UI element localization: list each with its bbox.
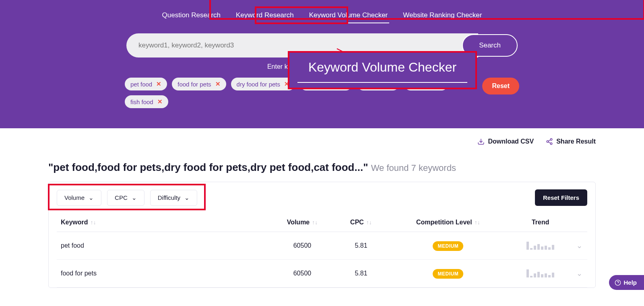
chip-label: fish food (130, 99, 153, 105)
share-result-button[interactable]: Share Result (546, 138, 596, 145)
col-keyword[interactable]: Keyword↑↓ (57, 213, 269, 232)
chip-remove-icon[interactable]: ✕ (157, 98, 163, 105)
download-csv-button[interactable]: Download CSV (477, 138, 534, 145)
filter-volume[interactable]: Volume⌄ (57, 190, 101, 206)
cell-cpc: 5.81 (336, 232, 386, 260)
cell-volume: 60500 (269, 260, 336, 288)
filter-difficulty-label: Difficulty (158, 194, 180, 201)
col-trend: Trend (510, 213, 571, 232)
cell-trend (510, 260, 571, 288)
filter-difficulty[interactable]: Difficulty⌄ (150, 190, 197, 206)
filter-row: Volume⌄ CPC⌄ Difficulty⌄ Reset Filters (57, 189, 587, 206)
help-label: Help (623, 279, 637, 286)
trend-sparkline (526, 268, 554, 277)
share-icon (546, 138, 553, 145)
col-trend-label: Trend (532, 219, 549, 226)
sort-icon: ↑↓ (366, 219, 372, 226)
download-icon (477, 138, 485, 145)
table-row: pet food605005.81MEDIUM⌄ (57, 232, 587, 260)
keyword-chip: pet food✕ (125, 78, 167, 90)
sort-icon: ↑↓ (475, 219, 480, 226)
cell-competition: MEDIUM (386, 232, 510, 260)
competition-badge: MEDIUM (433, 241, 463, 251)
cell-competition: MEDIUM (386, 260, 510, 288)
cell-volume: 60500 (269, 232, 336, 260)
svg-line-5 (549, 140, 551, 141)
expand-row-icon[interactable]: ⌄ (576, 269, 582, 277)
chip-label: food for pets (178, 81, 211, 88)
keyword-chip: fish food✕ (125, 95, 168, 108)
reset-button[interactable]: Reset (482, 78, 519, 94)
cell-trend (510, 232, 571, 260)
col-competition-label: Competition Level (416, 219, 472, 226)
results-table: Keyword↑↓ Volume↑↓ CPC↑↓ Competition Lev… (57, 213, 587, 288)
annotation-box-tab (255, 6, 348, 24)
result-actions: Download CSV Share Result (40, 138, 604, 145)
nav-tabs: Question Research Keyword Research Keywo… (0, 8, 644, 23)
svg-point-1 (550, 139, 552, 141)
chip-remove-icon[interactable]: ✕ (215, 80, 221, 88)
tab-ranking-checker[interactable]: Website Ranking Checker (401, 8, 483, 23)
sort-icon: ↑↓ (91, 219, 96, 226)
col-keyword-label: Keyword (61, 219, 88, 226)
filter-volume-label: Volume (64, 194, 85, 201)
col-volume[interactable]: Volume↑↓ (269, 213, 336, 232)
trend-sparkline (526, 240, 554, 250)
svg-line-4 (549, 142, 551, 143)
share-result-label: Share Result (556, 138, 596, 145)
results-panel: Volume⌄ CPC⌄ Difficulty⌄ Reset Filters K… (48, 182, 596, 288)
col-volume-label: Volume (287, 219, 310, 226)
chevron-down-icon: ⌄ (132, 194, 137, 201)
keyword-chip: food for pets✕ (172, 78, 226, 90)
filter-cpc[interactable]: CPC⌄ (107, 190, 144, 206)
help-button[interactable]: Help (609, 275, 644, 288)
table-row: food for pets605005.81MEDIUM⌄ (57, 260, 587, 288)
chip-remove-icon[interactable]: ✕ (156, 80, 161, 88)
annotation-callout: Keyword Volume Checker (288, 51, 477, 89)
reset-filters-button[interactable]: Reset Filters (535, 189, 587, 206)
svg-point-2 (547, 141, 549, 143)
download-csv-label: Download CSV (488, 138, 534, 145)
summary-query: "pet food,food for pets,dry food for pet… (48, 161, 368, 173)
chevron-down-icon: ⌄ (184, 194, 190, 201)
competition-badge: MEDIUM (433, 269, 463, 279)
chevron-down-icon: ⌄ (89, 194, 94, 201)
cell-keyword: pet food (57, 232, 269, 260)
help-icon (615, 279, 621, 286)
chip-label: dry food for pets (237, 81, 280, 88)
summary-count: We found 7 keywords (371, 163, 456, 173)
results-section: "pet food,food for pets,dry food for pet… (40, 161, 604, 288)
chip-label: pet food (130, 81, 152, 88)
hero-section: Question Research Keyword Research Keywo… (0, 0, 644, 128)
expand-row-icon[interactable]: ⌄ (576, 242, 582, 250)
col-cpc-label: CPC (350, 219, 364, 226)
sort-icon: ↑↓ (312, 219, 318, 226)
svg-point-3 (550, 143, 552, 145)
results-summary: "pet food,food for pets,dry food for pet… (48, 161, 596, 174)
cell-keyword: food for pets (57, 260, 269, 288)
cell-cpc: 5.81 (336, 260, 386, 288)
col-competition[interactable]: Competition Level↑↓ (386, 213, 510, 232)
keyword-chip: dry food for pets✕ (231, 78, 295, 90)
filter-cpc-label: CPC (115, 194, 128, 201)
col-cpc[interactable]: CPC↑↓ (336, 213, 386, 232)
tab-question-research[interactable]: Question Research (161, 8, 223, 23)
